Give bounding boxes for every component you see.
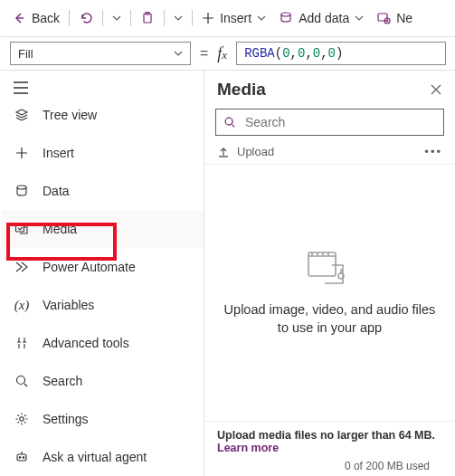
variable-icon: (x) [14, 298, 30, 313]
nav-variables[interactable]: (x) Variables [1, 286, 204, 324]
search-icon [14, 374, 30, 388]
plus-icon [14, 146, 30, 160]
search-icon [223, 116, 236, 129]
svg-point-12 [225, 118, 232, 125]
separator [192, 10, 193, 26]
bot-icon [14, 450, 30, 464]
nav-label: Settings [43, 412, 89, 426]
svg-point-11 [23, 457, 24, 459]
media-icon [14, 222, 30, 236]
chevron-down-icon [112, 14, 121, 23]
database-icon [14, 184, 30, 198]
separator [69, 10, 70, 26]
new-screen-label: Ne [396, 11, 412, 25]
back-label: Back [32, 11, 60, 25]
database-icon [279, 11, 293, 25]
formula-fn: RGBA [244, 46, 275, 61]
paste-menu[interactable] [168, 5, 188, 31]
search-input[interactable] [243, 114, 436, 130]
nav-label: Data [43, 184, 70, 198]
learn-more-link[interactable]: Learn more [217, 442, 279, 454]
property-selector[interactable]: Fill [10, 42, 191, 65]
nav-search[interactable]: Search [1, 362, 204, 400]
property-name: Fill [18, 47, 33, 61]
chevron-down-icon [355, 14, 364, 23]
svg-point-2 [281, 13, 290, 16]
insert-button[interactable]: Insert [196, 5, 271, 31]
svg-point-8 [20, 417, 24, 421]
more-icon[interactable]: ••• [424, 145, 442, 158]
equals-sign: = [200, 45, 208, 62]
paste-icon [140, 11, 155, 25]
chevron-down-icon [257, 14, 266, 23]
nav-label: Media [43, 222, 77, 236]
panel-footer: Upload media files no larger than 64 MB.… [204, 421, 455, 476]
undo-button[interactable] [73, 5, 99, 31]
close-icon[interactable] [430, 83, 442, 96]
nav-power-automate[interactable]: Power Automate [1, 248, 204, 286]
svg-rect-3 [378, 14, 387, 21]
nav-label: Search [43, 374, 82, 388]
undo-icon [79, 11, 93, 25]
nav-label: Ask a virtual agent [43, 450, 147, 464]
left-nav: Tree view Insert Data Media Power Automa… [1, 71, 204, 476]
arrow-left-icon [12, 11, 26, 25]
panel-title: Media [217, 80, 266, 100]
command-bar: Back [1, 0, 455, 36]
nav-label: Power Automate [43, 260, 136, 274]
plus-icon [202, 12, 214, 24]
nav-label: Variables [43, 298, 94, 312]
upload-icon [217, 146, 230, 158]
svg-rect-9 [17, 454, 26, 461]
nav-settings[interactable]: Settings [1, 400, 204, 438]
svg-point-10 [19, 457, 21, 459]
nav-advanced-tools[interactable]: Advanced tools [1, 324, 204, 362]
empty-state: Upload image, video, and audio files to … [204, 165, 455, 421]
upload-button[interactable]: Upload [217, 145, 274, 158]
screen-icon [376, 11, 391, 25]
media-placeholder-icon [305, 249, 355, 289]
search-box[interactable] [215, 109, 444, 136]
chevron-down-icon [174, 14, 183, 23]
insert-label: Insert [220, 11, 251, 25]
separator [164, 10, 165, 26]
nav-label: Advanced tools [43, 336, 129, 350]
add-data-label: Add data [299, 11, 349, 25]
quota-text: 0 of 200 MB used [217, 454, 442, 472]
layers-icon [14, 108, 30, 122]
upload-label: Upload [237, 145, 274, 158]
formula-bar: Fill = fx RGBA(0, 0, 0, 0) [1, 36, 455, 71]
hamburger-button[interactable] [1, 76, 204, 96]
media-panel: Media Upload ••• [204, 71, 455, 476]
separator [130, 10, 131, 26]
formula-input[interactable]: RGBA(0, 0, 0, 0) [236, 42, 446, 65]
nav-virtual-agent[interactable]: Ask a virtual agent [1, 438, 204, 476]
empty-message: Upload image, video, and audio files to … [223, 301, 437, 337]
nav-media[interactable]: Media [1, 210, 204, 248]
nav-data[interactable]: Data [1, 172, 204, 210]
svg-point-7 [17, 376, 25, 385]
tools-icon [14, 336, 30, 350]
nav-tree-view[interactable]: Tree view [1, 96, 204, 134]
gear-icon [14, 412, 30, 426]
paste-button[interactable] [135, 5, 160, 31]
svg-rect-6 [16, 224, 24, 232]
new-screen-button[interactable]: Ne [371, 5, 418, 31]
back-button[interactable]: Back [6, 5, 65, 31]
fx-icon[interactable]: fx [217, 44, 227, 63]
add-data-button[interactable]: Add data [273, 5, 369, 31]
flow-icon [14, 260, 30, 274]
nav-label: Insert [43, 146, 74, 160]
nav-label: Tree view [43, 108, 97, 122]
nav-insert[interactable]: Insert [1, 134, 204, 172]
svg-point-5 [17, 186, 26, 189]
separator [102, 10, 103, 26]
undo-menu[interactable] [107, 5, 127, 31]
footer-hint: Upload media files no larger than 64 MB. [217, 429, 435, 442]
chevron-down-icon [174, 49, 183, 58]
